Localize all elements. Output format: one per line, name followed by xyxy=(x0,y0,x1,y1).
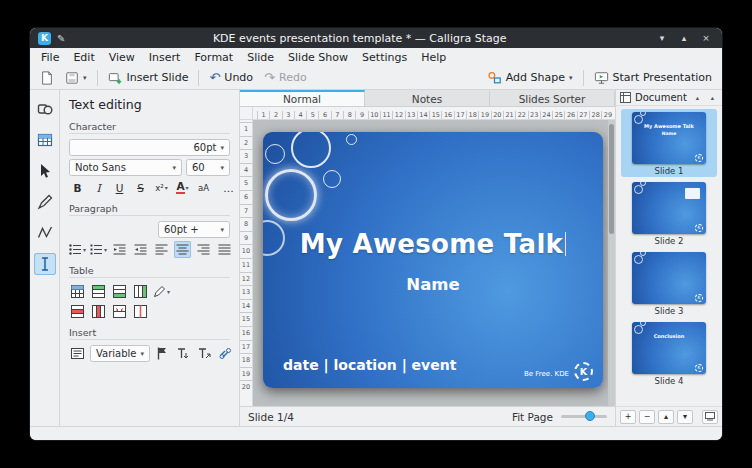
tab-notes[interactable]: Notes xyxy=(365,90,490,106)
move-slide-up-button[interactable]: ▴ xyxy=(658,410,674,424)
split-cells-button[interactable] xyxy=(132,303,149,320)
zoom-slider-handle[interactable] xyxy=(585,411,595,421)
menu-item-slide[interactable]: Slide xyxy=(240,51,281,64)
bullet-list-button[interactable]: ▾ xyxy=(69,241,86,258)
slide-thumbnail-label: Slide 1 xyxy=(655,166,684,176)
bubble-decoration xyxy=(634,115,643,124)
document-panel-header[interactable]: Document ▴ ▴ xyxy=(616,90,722,106)
redo-button[interactable]: ↷ Redo xyxy=(260,69,311,86)
insert-object-button[interactable] xyxy=(69,345,86,362)
align-justify-button[interactable] xyxy=(216,241,233,258)
chevron-down-icon: ▾ xyxy=(104,246,107,253)
bubble-decoration xyxy=(265,169,317,221)
insert-table-button[interactable] xyxy=(69,283,86,300)
slide-show-button[interactable] xyxy=(702,410,718,424)
align-center-button[interactable] xyxy=(174,241,191,258)
variable-combo[interactable]: Variable ▾ xyxy=(90,345,150,362)
character-more-button[interactable]: … xyxy=(220,179,237,196)
slide-subtitle-textbox[interactable]: Name xyxy=(263,275,603,294)
character-size-combo[interactable]: 60pt ▾ xyxy=(69,139,230,156)
selection-tool-button[interactable] xyxy=(34,160,56,182)
italic-button[interactable]: I xyxy=(90,179,107,196)
panel-float-button[interactable]: ▴ xyxy=(692,94,703,102)
insert-link-button[interactable] xyxy=(217,345,234,362)
insert-footnote-button[interactable] xyxy=(175,345,192,362)
insert-column-button[interactable] xyxy=(132,283,149,300)
zoom-slider[interactable] xyxy=(561,415,607,418)
ruler-row: 1234567891011121314151617181920212223242… xyxy=(240,107,615,120)
insert-row-above-button[interactable] xyxy=(90,283,107,300)
insert-slide-button[interactable]: Insert Slide xyxy=(104,69,193,87)
line-tool-button[interactable] xyxy=(34,191,56,213)
panel-collapse-button[interactable]: ▴ xyxy=(707,94,718,102)
kde-gear-logo-icon: K xyxy=(695,294,703,302)
ruler-number: 16 xyxy=(441,111,453,119)
change-case-button[interactable]: aA xyxy=(195,179,212,196)
close-button[interactable]: × xyxy=(698,33,714,43)
save-dropdown-arrow-icon[interactable]: ▾ xyxy=(83,74,87,82)
slide-thumbnail[interactable]: My Awesome TalkNameKSlide 1 xyxy=(621,109,717,177)
menu-item-view[interactable]: View xyxy=(102,51,142,64)
delete-row-button[interactable] xyxy=(69,303,86,320)
paragraph-size-combo[interactable]: 60pt + ▾ xyxy=(158,221,230,238)
insert-index-button[interactable] xyxy=(196,345,213,362)
new-document-button[interactable] xyxy=(36,69,58,87)
menu-item-help[interactable]: Help xyxy=(414,51,453,64)
tab-normal[interactable]: Normal xyxy=(240,90,365,106)
slide-editor[interactable]: My Awesome Talk Name date | location | e… xyxy=(263,132,603,388)
table-border-pen-button[interactable]: ▾ xyxy=(153,283,170,300)
bold-button[interactable]: B xyxy=(69,179,86,196)
menu-item-insert[interactable]: Insert xyxy=(142,51,188,64)
insert-row-below-button[interactable] xyxy=(111,283,128,300)
save-button[interactable]: ▾ xyxy=(61,69,91,87)
zoom-mode-label[interactable]: Fit Page xyxy=(512,411,553,423)
freehand-path-tool-button[interactable] xyxy=(34,222,56,244)
kde-gear-logo-icon: K xyxy=(695,364,703,372)
add-slide-button[interactable]: + xyxy=(620,410,636,424)
move-slide-down-button[interactable]: ▾ xyxy=(677,410,693,424)
align-left-button[interactable] xyxy=(153,241,170,258)
slide-thumbnail[interactable]: KSlide 3 xyxy=(621,249,717,317)
minimize-button[interactable]: ▾ xyxy=(654,33,670,43)
font-color-button[interactable]: A▾ xyxy=(174,179,191,196)
chevron-down-icon: ▾ xyxy=(141,350,145,358)
font-size-combo[interactable]: 60 ▾ xyxy=(186,159,230,176)
character-section-label: Character xyxy=(69,121,230,132)
menu-item-format[interactable]: Format xyxy=(187,51,240,64)
superscript-button[interactable]: x²▾ xyxy=(153,179,170,196)
document-panel-title: Document xyxy=(635,92,688,103)
slide-thumbnail[interactable]: ConclusionKSlide 4 xyxy=(621,319,717,387)
canvas-scrollbar[interactable] xyxy=(608,120,615,406)
strikethrough-button[interactable]: S xyxy=(132,179,149,196)
merge-cells-button[interactable] xyxy=(111,303,128,320)
font-family-combo[interactable]: Noto Sans ▾ xyxy=(69,159,182,176)
delete-slide-button[interactable]: − xyxy=(639,410,655,424)
tab-slides-sorter[interactable]: Slides Sorter xyxy=(490,90,615,106)
flag-icon-button[interactable] xyxy=(154,345,171,362)
menu-item-file[interactable]: File xyxy=(34,51,66,64)
menu-item-slide-show[interactable]: Slide Show xyxy=(281,51,355,64)
increase-indent-button[interactable] xyxy=(132,241,149,258)
canvas-scrollbar-thumb[interactable] xyxy=(609,124,614,234)
delete-column-button[interactable] xyxy=(90,303,107,320)
add-shape-button[interactable]: Add Shape ▾ xyxy=(483,69,577,87)
text-tool-button[interactable] xyxy=(34,253,56,275)
start-presentation-button[interactable]: Start Presentation xyxy=(590,69,716,87)
menu-item-edit[interactable]: Edit xyxy=(66,51,101,64)
menu-item-settings[interactable]: Settings xyxy=(355,51,414,64)
maximize-button[interactable]: ▴ xyxy=(676,33,692,43)
slide-title-textbox[interactable]: My Awesome Talk xyxy=(263,229,603,259)
undo-button[interactable]: ↶ Undo xyxy=(205,69,257,86)
titlebar[interactable]: K ✎ KDE events presentation template * —… xyxy=(30,28,722,48)
ruler-number: 12 xyxy=(240,272,252,286)
underline-button[interactable]: U xyxy=(111,179,128,196)
ruler-number: 9 xyxy=(240,231,252,245)
decrease-indent-button[interactable] xyxy=(111,241,128,258)
slide-canvas[interactable]: My Awesome Talk Name date | location | e… xyxy=(253,120,615,406)
numbered-list-button[interactable]: ▾ xyxy=(90,241,107,258)
table-tool-button[interactable] xyxy=(34,129,56,151)
align-right-button[interactable] xyxy=(195,241,212,258)
slide-thumbnail[interactable]: KSlide 2 xyxy=(621,179,717,247)
slide-footer-text[interactable]: date | location | event xyxy=(283,357,456,373)
shapes-tool-button[interactable] xyxy=(34,98,56,120)
